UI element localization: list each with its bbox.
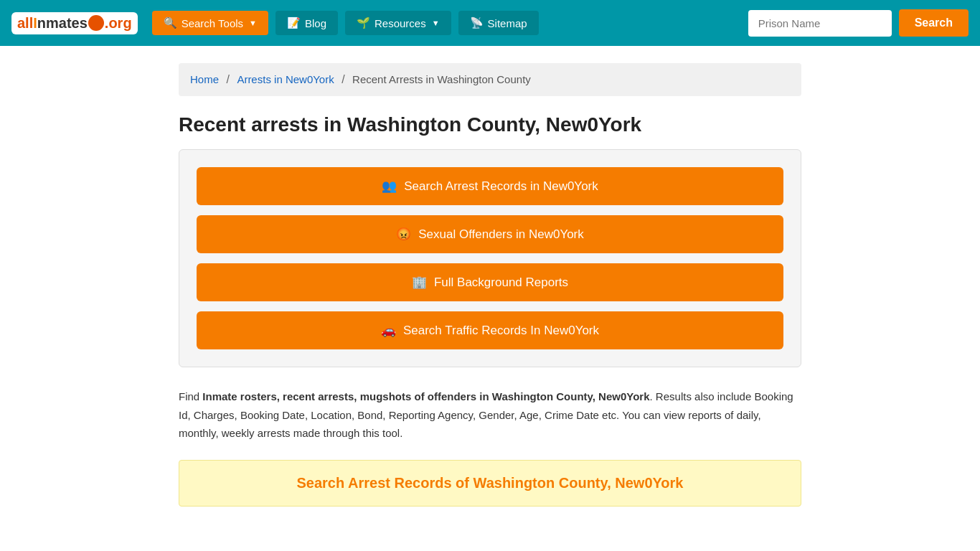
logo[interactable]: allInmates.org	[11, 12, 138, 34]
nav-search-button[interactable]: Search	[899, 9, 969, 37]
nav-search-label: Search	[915, 17, 953, 29]
resources-icon: 🌱	[357, 17, 370, 29]
sexual-offenders-label: Sexual Offenders in New0York	[418, 227, 584, 242]
search-tools-button[interactable]: 🔍 Search Tools ▼	[152, 11, 268, 35]
description-prefix: Find	[179, 390, 202, 402]
resources-label: Resources	[374, 17, 426, 29]
breadcrumb-arrests-link[interactable]: Arrests in New0York	[237, 73, 334, 85]
breadcrumb-sep-1: /	[226, 73, 229, 85]
traffic-label: Search Traffic Records In New0York	[403, 324, 599, 338]
resources-button[interactable]: 🌱 Resources ▼	[345, 11, 451, 35]
blog-button[interactable]: 📝 Blog	[275, 11, 338, 35]
action-button-box: 👥 Search Arrest Records in New0York 😡 Se…	[179, 149, 801, 367]
sitemap-icon: 📡	[470, 17, 484, 29]
breadcrumb-current: Recent Arrests in Washington County	[352, 73, 531, 85]
search-records-box: Search Arrest Records of Washington Coun…	[179, 460, 801, 507]
logo-all: all	[17, 15, 33, 32]
search-tools-icon: 🔍	[164, 17, 177, 29]
background-icon: 🏢	[412, 275, 427, 290]
logo-nmates: nmates	[37, 15, 88, 32]
main-content: Recent arrests in Washington County, New…	[167, 113, 813, 535]
sitemap-label: Sitemap	[488, 17, 527, 29]
logo-dot	[88, 15, 104, 31]
description: Find Inmate rosters, recent arrests, mug…	[179, 387, 801, 443]
search-records-title: Search Arrest Records of Washington Coun…	[197, 475, 783, 491]
arrest-icon: 👥	[382, 179, 397, 194]
navbar: allInmates.org 🔍 Search Tools ▼ 📝 Blog 🌱…	[0, 0, 980, 46]
logo-org: .org	[105, 15, 132, 32]
sitemap-button[interactable]: 📡 Sitemap	[458, 11, 539, 35]
prison-name-input[interactable]	[748, 10, 892, 37]
traffic-records-button[interactable]: 🚗 Search Traffic Records In New0York	[197, 311, 783, 349]
search-arrest-label: Search Arrest Records in New0York	[404, 179, 598, 194]
search-tools-label: Search Tools	[182, 17, 243, 29]
search-tools-arrow-icon: ▼	[249, 19, 257, 27]
offender-icon: 😡	[396, 227, 411, 242]
breadcrumb-home-link[interactable]: Home	[190, 73, 219, 85]
background-reports-button[interactable]: 🏢 Full Background Reports	[197, 263, 783, 301]
blog-label: Blog	[305, 17, 326, 29]
background-label: Full Background Reports	[434, 276, 568, 290]
traffic-icon: 🚗	[381, 323, 396, 338]
resources-arrow-icon: ▼	[432, 19, 440, 27]
sexual-offenders-button[interactable]: 😡 Sexual Offenders in New0York	[197, 215, 783, 253]
breadcrumb-sep-2: /	[341, 73, 344, 85]
page-title: Recent arrests in Washington County, New…	[179, 113, 801, 136]
description-bold: Inmate rosters, recent arrests, mugshots…	[202, 390, 649, 402]
breadcrumb: Home / Arrests in New0York / Recent Arre…	[179, 63, 801, 96]
blog-icon: 📝	[287, 17, 301, 29]
search-arrest-button[interactable]: 👥 Search Arrest Records in New0York	[197, 167, 783, 205]
